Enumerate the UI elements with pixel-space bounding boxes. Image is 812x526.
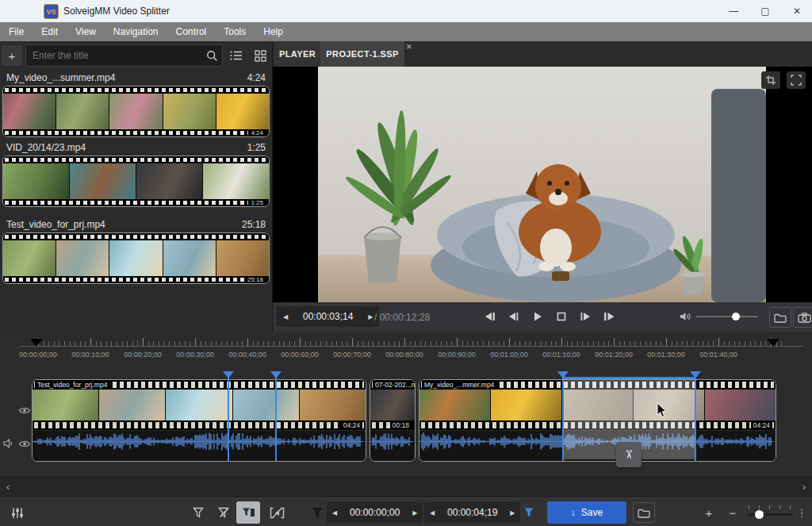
snapshot-button[interactable] <box>793 307 812 328</box>
menu-bar: File Edit View Navigation Control Tools … <box>0 22 812 41</box>
zoom-in-button[interactable]: + <box>699 501 718 524</box>
media-item[interactable]: Test_video_for_prj.mp4 25:18 25:18 <box>0 217 272 284</box>
video-preview[interactable] <box>273 67 812 302</box>
fragment-marker[interactable] <box>690 371 701 378</box>
timeline-ruler[interactable] <box>20 346 802 347</box>
audio-track-mute-icon[interactable] <box>2 438 16 449</box>
menu-view[interactable]: View <box>67 22 105 41</box>
cut-fragment-button[interactable]: ✂ <box>616 442 642 467</box>
fragment-end-group: ◀ 00:00:04;19 ▶ <box>424 502 520 523</box>
save-button[interactable]: ↓ Save <box>547 501 626 524</box>
next-keyframe-button[interactable] <box>599 307 619 326</box>
save-arrow-icon: ↓ <box>571 507 576 518</box>
crop-icon[interactable] <box>761 71 780 89</box>
volume-slider-knob[interactable] <box>732 313 740 321</box>
player-tabs: PLAYER PROJECT-1.SSP ✕ <box>273 41 812 67</box>
video-track-visibility-icon[interactable] <box>17 405 32 416</box>
fragment-marker[interactable] <box>557 371 569 378</box>
fragment-end-time[interactable]: 00:00:04;19 <box>441 502 504 523</box>
clip-duration: 04:24 <box>751 420 772 430</box>
fragment-marker-line[interactable] <box>695 378 696 461</box>
open-file-button[interactable] <box>769 307 791 328</box>
next-frame-button[interactable] <box>576 307 595 326</box>
menu-tools[interactable]: Tools <box>215 22 255 41</box>
remove-marker-icon[interactable] <box>213 501 235 524</box>
search-input[interactable] <box>26 50 201 61</box>
output-folder-button[interactable] <box>633 502 655 523</box>
fragment-marker-line[interactable] <box>562 378 564 461</box>
fragment-marker[interactable] <box>223 371 234 378</box>
stop-button[interactable] <box>552 307 571 326</box>
time-step-back-button[interactable]: ◀ <box>277 306 294 327</box>
ruler-ticks-major <box>38 338 783 346</box>
play-button[interactable] <box>528 307 547 326</box>
zoom-slider-knob[interactable] <box>755 510 764 519</box>
clip-name: My_video_...mmer.mp4 <box>422 380 496 390</box>
prev-frame-button[interactable] <box>504 307 523 326</box>
maximize-button[interactable]: ▢ <box>752 0 779 22</box>
list-view-icon[interactable] <box>226 45 247 66</box>
filmstrip-duration-label: 1:25 <box>248 199 266 206</box>
end-time-dec-button[interactable]: ◀ <box>424 502 440 523</box>
scroll-left-icon[interactable]: ‹ <box>2 477 14 497</box>
marker-disabled-icon <box>306 501 328 524</box>
tab-project[interactable]: PROJECT-1.SSP ✕ <box>320 41 404 67</box>
ruler-end-marker[interactable] <box>767 339 779 347</box>
scissors-icon: ✂ <box>622 450 636 460</box>
fragment-marker[interactable] <box>270 371 282 378</box>
start-time-dec-button[interactable]: ◀ <box>327 502 343 523</box>
menu-file[interactable]: File <box>0 22 33 41</box>
media-item-filmstrip[interactable]: 25:18 <box>2 232 270 284</box>
current-time[interactable]: 00:00:03;14 <box>295 306 361 327</box>
filmstrip-duration-label: 4:24 <box>248 129 266 136</box>
audio-track-visibility-icon[interactable] <box>17 438 32 449</box>
clip-film-bottom: 00:18 <box>370 420 415 430</box>
selected-fragment-topline <box>563 377 695 379</box>
prev-keyframe-button[interactable] <box>481 307 500 326</box>
tab-close-icon[interactable]: ✕ <box>404 42 414 52</box>
timeline-clip[interactable]: Test_video_for_prj.mp4 04:24 <box>32 379 366 462</box>
timeline-scrollbar[interactable]: ‹ › <box>0 476 812 497</box>
filmstrip-sprockets: 1:25 <box>3 199 269 206</box>
filmstrip-duration-label: 25:18 <box>245 276 266 283</box>
clip-waveform <box>370 430 415 462</box>
add-marker-icon[interactable] <box>187 501 209 524</box>
close-button[interactable]: ✕ <box>783 0 810 22</box>
menu-help[interactable]: Help <box>255 22 292 41</box>
menu-control[interactable]: Control <box>167 22 216 41</box>
grid-view-icon[interactable] <box>250 45 270 66</box>
menu-edit[interactable]: Edit <box>33 22 67 41</box>
minimize-button[interactable]: — <box>720 0 747 22</box>
ruler-start-marker[interactable] <box>30 339 43 347</box>
mute-fragment-icon[interactable] <box>265 501 289 524</box>
clip-photos <box>370 390 415 420</box>
add-media-button[interactable]: + <box>2 45 22 66</box>
scroll-right-icon[interactable]: › <box>798 477 810 497</box>
clip-film-top: 07-02-202...mp4 <box>370 380 415 390</box>
start-time-inc-button[interactable]: ▶ <box>407 502 423 523</box>
zoom-out-button[interactable]: − <box>723 501 742 524</box>
media-item-filmstrip[interactable]: 1:25 <box>2 155 270 207</box>
media-item[interactable]: My_video_...summer.mp4 4:24 4:24 <box>0 70 272 137</box>
active-marker-icon[interactable] <box>519 501 539 524</box>
fullscreen-icon[interactable] <box>787 71 806 89</box>
more-options-icon[interactable]: ⋮ <box>796 501 807 524</box>
media-item[interactable]: VID_20/14/23.mp4 1:25 1:25 <box>0 140 272 207</box>
media-item-name: Test_video_for_prj.mp4 <box>6 219 105 230</box>
volume-slider[interactable] <box>696 316 758 317</box>
media-item-duration: 1:25 <box>247 142 266 153</box>
search-icon[interactable] <box>201 45 222 66</box>
window-title: SolveigMM Video Splitter <box>63 6 170 17</box>
fragment-start-time[interactable]: 00:00:00;00 <box>343 502 406 523</box>
volume-icon[interactable] <box>676 307 695 326</box>
search-box[interactable] <box>25 44 223 67</box>
settings-sliders-icon[interactable] <box>6 501 29 524</box>
invert-fragments-toggle[interactable] <box>236 501 260 524</box>
clip-waveform <box>33 430 366 462</box>
tab-player[interactable]: PLAYER <box>274 41 320 67</box>
fragment-marker-line[interactable] <box>275 378 277 461</box>
fragment-marker-line[interactable] <box>228 378 229 461</box>
media-item-filmstrip[interactable]: 4:24 <box>2 86 270 137</box>
timeline-clip[interactable]: 07-02-202...mp4 00:18 <box>370 379 416 462</box>
menu-navigation[interactable]: Navigation <box>105 22 167 41</box>
